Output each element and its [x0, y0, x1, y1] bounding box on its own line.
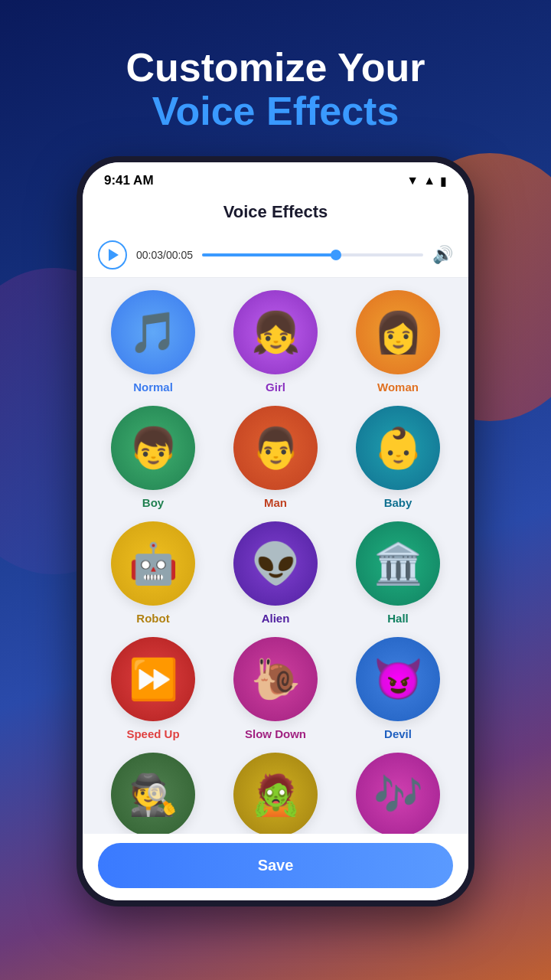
- effect-label-slowdown: Slow Down: [245, 727, 306, 740]
- save-bar: Save: [83, 834, 468, 900]
- effect-item-boy[interactable]: 👦Boy: [98, 406, 208, 509]
- effect-label-boy: Boy: [142, 496, 164, 509]
- app-header-title: Voice Effects: [223, 202, 328, 221]
- effect-circle-normal: 🎵: [111, 290, 195, 374]
- effect-label-robot: Robot: [136, 612, 169, 625]
- app-header: Voice Effects: [83, 194, 468, 233]
- effect-circle-frankenstein: 🧟: [233, 753, 318, 834]
- effect-item-music2[interactable]: 🎶Music: [343, 753, 453, 834]
- battery-icon: ▮: [440, 174, 447, 188]
- effect-circle-slowdown: 🐌: [233, 637, 318, 721]
- save-button[interactable]: Save: [98, 843, 453, 888]
- progress-fill: [202, 253, 334, 256]
- status-time: 9:41 AM: [104, 173, 154, 188]
- effect-label-girl: Girl: [266, 381, 285, 394]
- effect-circle-devil: 😈: [356, 637, 440, 721]
- effect-item-robot[interactable]: 🤖Robot: [98, 521, 208, 625]
- progress-bar[interactable]: [202, 253, 423, 256]
- effect-circle-woman: 👩: [356, 290, 440, 374]
- play-icon: [109, 249, 119, 261]
- status-icons: ▼ ▲ ▮: [406, 174, 447, 188]
- play-button[interactable]: [98, 240, 127, 270]
- wifi-icon: ▼: [406, 174, 419, 188]
- progress-thumb: [331, 250, 341, 260]
- effect-item-speedup[interactable]: ⏩Speed Up: [98, 637, 208, 740]
- effect-item-frankenstein[interactable]: 🧟Frankenstein: [220, 753, 331, 834]
- effect-item-alien[interactable]: 👽Alien: [220, 521, 331, 625]
- effect-circle-speedup: ⏩: [111, 637, 195, 721]
- effect-circle-baby: 👶: [356, 406, 440, 490]
- effect-label-woman: Woman: [377, 381, 419, 394]
- effect-item-man[interactable]: 👨Man: [220, 406, 331, 509]
- effect-item-normal[interactable]: 🎵Normal: [98, 290, 208, 394]
- effect-item-baby[interactable]: 👶Baby: [343, 406, 453, 509]
- header-line1: Customize Your: [126, 46, 425, 90]
- effect-circle-girl: 👧: [233, 290, 318, 374]
- effect-label-man: Man: [264, 496, 287, 509]
- phone-frame: 9:41 AM ▼ ▲ ▮ Voice Effects 00:03/00:05 …: [77, 156, 474, 906]
- effect-circle-hall: 🏛️: [356, 521, 440, 606]
- phone-screen: 9:41 AM ▼ ▲ ▮ Voice Effects 00:03/00:05 …: [83, 162, 468, 900]
- effect-item-thief[interactable]: 🕵️Thief: [98, 753, 208, 834]
- effect-label-baby: Baby: [384, 496, 412, 509]
- effect-circle-thief: 🕵️: [111, 753, 195, 834]
- effect-label-devil: Devil: [384, 727, 412, 740]
- header-title: Customize Your Voice Effects: [126, 46, 425, 133]
- effect-circle-alien: 👽: [233, 521, 318, 606]
- effect-label-alien: Alien: [262, 612, 290, 625]
- effect-circle-boy: 👦: [111, 406, 195, 490]
- effect-item-devil[interactable]: 😈Devil: [343, 637, 453, 740]
- effect-circle-man: 👨: [233, 406, 318, 490]
- effect-circle-robot: 🤖: [111, 521, 195, 606]
- effect-circle-music2: 🎶: [356, 753, 440, 834]
- volume-icon[interactable]: 🔊: [432, 245, 453, 265]
- effect-item-hall[interactable]: 🏛️Hall: [343, 521, 453, 625]
- effect-item-woman[interactable]: 👩Woman: [343, 290, 453, 394]
- effects-grid: 🎵Normal👧Girl👩Woman👦Boy👨Man👶Baby🤖Robot👽Al…: [83, 278, 468, 834]
- current-time: 00:03/00:05: [136, 249, 193, 261]
- signal-icon: ▲: [423, 174, 435, 188]
- effect-label-speedup: Speed Up: [126, 727, 179, 740]
- effect-item-slowdown[interactable]: 🐌Slow Down: [220, 637, 331, 740]
- effect-label-normal: Normal: [133, 381, 173, 394]
- header-line2: Voice Effects: [126, 90, 425, 133]
- effect-item-girl[interactable]: 👧Girl: [220, 290, 331, 394]
- status-bar: 9:41 AM ▼ ▲ ▮: [83, 162, 468, 194]
- audio-player: 00:03/00:05 🔊: [83, 233, 468, 278]
- effect-label-hall: Hall: [387, 612, 409, 625]
